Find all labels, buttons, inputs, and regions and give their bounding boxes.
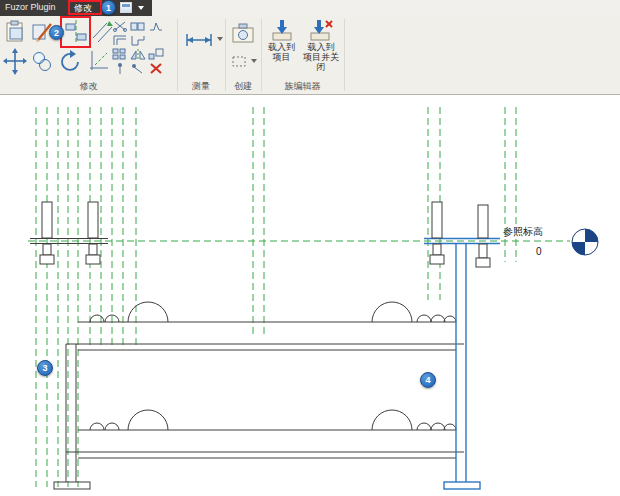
callout-step-4: 4 [420, 372, 436, 388]
pin-icon[interactable] [112, 61, 128, 79]
chevron-down-icon[interactable] [138, 6, 144, 10]
revit-family-editor-window: Fuzor Plugin 修改 1 [0, 0, 620, 496]
level-name-label[interactable]: 参照标高 [503, 226, 543, 237]
paste-icon[interactable] [3, 18, 27, 50]
trim-icon[interactable] [87, 48, 111, 79]
level-symbol[interactable] [572, 229, 598, 255]
delete-icon[interactable] [148, 61, 164, 79]
load-to-project-label-2: 项目 [273, 52, 291, 62]
move-icon[interactable] [3, 48, 27, 79]
create-dropdown-icon[interactable] [251, 59, 257, 63]
split-icon[interactable] [148, 19, 164, 37]
create-component-icon[interactable] [230, 20, 256, 50]
anchor-bolt[interactable] [476, 205, 490, 267]
anchor-bolt[interactable] [86, 202, 100, 264]
callout-step-3: 3 [37, 360, 53, 376]
callout-step-1: 1 [101, 0, 116, 15]
callout-step-2: 2 [49, 25, 64, 40]
load-to-project-label-1: 载入到 [268, 42, 295, 52]
load-to-project-button[interactable]: 载入到 项目 [265, 18, 298, 80]
upper-beam[interactable] [66, 302, 464, 350]
ribbon: 载入到 项目 载入到 项目并关闭 修改 测量 创建 族编辑器 [0, 16, 620, 95]
level-value-label[interactable]: 0 [536, 246, 542, 257]
copy-icon[interactable] [30, 48, 54, 79]
panel-separator [344, 19, 345, 91]
panel-label-family-editor: 族编辑器 [261, 80, 344, 93]
quick-access-icon[interactable] [120, 2, 132, 13]
drawing-canvas[interactable]: 参照标高 0 [0, 95, 620, 496]
measure-dropdown-icon[interactable] [217, 37, 223, 41]
panel-label-measure: 测量 [177, 80, 225, 93]
highlight-box-align-tool [60, 16, 91, 48]
panel-label-modify: 修改 [0, 80, 177, 93]
tab-fuzor-plugin[interactable]: Fuzor Plugin [5, 2, 56, 12]
dashed-region-icon[interactable] [231, 54, 247, 72]
panel-label-create: 创建 [225, 80, 261, 93]
anchor-bolt[interactable] [430, 202, 444, 264]
left-column[interactable] [54, 344, 90, 489]
rotate-icon[interactable] [57, 48, 83, 79]
highlight-box-modify-tab [68, 0, 102, 15]
anchor-bolt[interactable] [40, 202, 54, 264]
load-to-project-close-label-2: 项目并关闭 [299, 52, 343, 72]
load-to-project-close-icon [309, 18, 333, 42]
load-to-project-close-button[interactable]: 载入到 项目并关闭 [299, 18, 343, 80]
unpin-icon[interactable] [130, 61, 146, 79]
load-to-project-close-label-1: 载入到 [308, 42, 335, 52]
lower-beam[interactable] [66, 410, 464, 458]
measure-icon[interactable] [184, 26, 214, 56]
offset-icon[interactable] [90, 18, 114, 50]
load-to-project-icon [271, 18, 293, 42]
